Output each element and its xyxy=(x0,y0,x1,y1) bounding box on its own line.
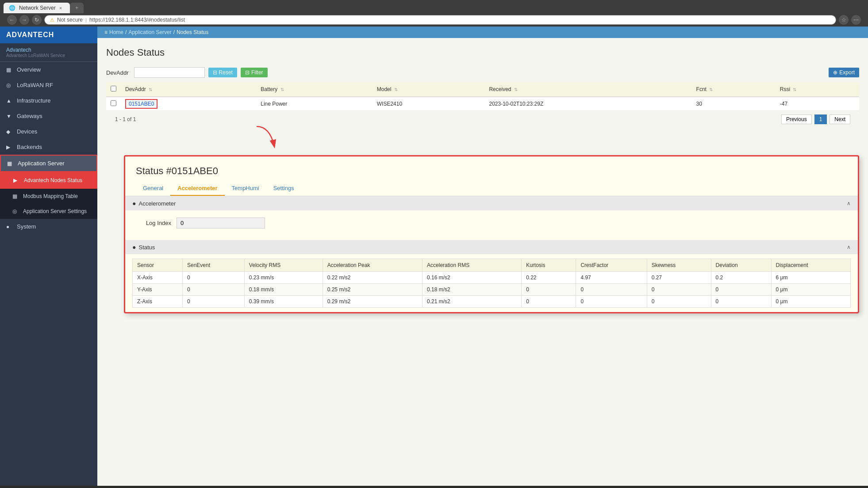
y-displacement: 0 μm xyxy=(771,284,850,296)
y-senevent: 0 xyxy=(183,284,245,296)
tab-general[interactable]: General xyxy=(136,181,170,196)
breadcrumb-app-server[interactable]: Application Server xyxy=(128,29,171,35)
sidebar-brand: Advantech Advantech LoRaWAN Service xyxy=(0,43,97,62)
select-all-checkbox[interactable] xyxy=(111,86,116,92)
row-checkbox[interactable] xyxy=(111,100,116,106)
sidebar-item-gateways[interactable]: ▼ Gateways xyxy=(0,108,97,124)
sort-icon-model: ⇅ xyxy=(394,87,398,92)
sidebar-label-infrastructure: Infrastructure xyxy=(17,97,51,104)
tab-favicon: 🌐 xyxy=(9,5,15,11)
x-deviation: 0.2 xyxy=(711,272,771,284)
forward-button[interactable]: → xyxy=(19,15,29,25)
browser-chrome: 🌐 Network Server × + ← → ↻ ⚠ Not secure … xyxy=(0,0,868,27)
sidebar-item-overview[interactable]: ▦ Overview xyxy=(0,62,97,77)
status-section-title: ● Status xyxy=(132,244,155,251)
log-index-input[interactable] xyxy=(177,217,265,229)
status-section-header[interactable]: ● Status ∧ xyxy=(125,240,858,254)
col-header-received[interactable]: Received ⇅ xyxy=(484,82,691,97)
sidebar-item-devices[interactable]: ◆ Devices xyxy=(0,124,97,139)
status-row-x-axis: X-Axis 0 0.23 mm/s 0.22 m/s2 0.16 m/s2 0… xyxy=(133,272,851,284)
main-content: ≡ Home / Application Server / Nodes Stat… xyxy=(97,27,868,486)
sidebar-submenu: ▶ Advantech Nodes Status ▦ Modbus Mappin… xyxy=(0,172,97,219)
breadcrumb-home[interactable]: Home xyxy=(109,29,123,35)
sidebar-label-app-server: Application Server xyxy=(18,160,65,167)
sidebar-label-backends: Backends xyxy=(17,144,42,150)
z-senevent: 0 xyxy=(183,296,245,308)
select-all-header[interactable] xyxy=(106,82,121,97)
next-page-button[interactable]: Next xyxy=(830,114,850,124)
sidebar-item-application-server[interactable]: ▦ Application Server xyxy=(0,155,97,172)
tab-settings[interactable]: Settings xyxy=(266,181,301,196)
export-icon: ⊕ xyxy=(833,69,837,76)
status-section-body: Sensor SenEvent Velocity RMS Acceleratio… xyxy=(125,254,858,312)
sidebar-label-lorawan: LoRaWAN RF xyxy=(17,82,53,88)
gateways-icon: ▼ xyxy=(6,113,13,119)
favorites-button[interactable]: ☆ xyxy=(839,15,849,25)
x-velocity-rms: 0.23 mm/s xyxy=(244,272,323,284)
devaddr-value: 0151ABE0 xyxy=(125,99,157,109)
y-deviation: 0 xyxy=(711,284,771,296)
sidebar-label-modbus: Modbus Mapping Table xyxy=(23,193,78,199)
prev-page-button[interactable]: Previous xyxy=(781,114,812,124)
sidebar-item-infrastructure[interactable]: ▲ Infrastructure xyxy=(0,93,97,108)
lorawan-icon: ◎ xyxy=(6,82,13,88)
current-page-button[interactable]: 1 xyxy=(814,114,827,124)
log-index-row: Log Index xyxy=(136,217,847,229)
sidebar-item-backends[interactable]: ▶ Backends xyxy=(0,139,97,155)
status-table-header-row: Sensor SenEvent Velocity RMS Acceleratio… xyxy=(133,259,851,272)
sidebar-item-lorawan-rf[interactable]: ◎ LoRaWAN RF xyxy=(0,77,97,93)
reload-button[interactable]: ↻ xyxy=(32,15,42,25)
nodes-table: DevAddr ⇅ Battery ⇅ Model ⇅ Received xyxy=(106,82,859,111)
accelerometer-section-header[interactable]: ● Accelerometer ∧ xyxy=(125,196,858,210)
devaddr-filter-input[interactable] xyxy=(134,67,205,78)
back-button[interactable]: ← xyxy=(7,15,17,25)
breadcrumb-icon: ≡ xyxy=(104,29,108,35)
infrastructure-icon: ▲ xyxy=(6,98,13,104)
cell-received: 2023-10-02T10:23:29Z xyxy=(484,97,691,111)
accelerometer-form-area: Log Index xyxy=(125,210,858,240)
menu-button[interactable]: ⋯ xyxy=(851,15,861,25)
filter-button[interactable]: ⊟ Filter xyxy=(241,68,268,77)
sidebar-item-nodes-status[interactable]: ▶ Advantech Nodes Status xyxy=(0,172,97,189)
cell-battery: Line Power xyxy=(256,97,372,111)
tab-temphumi[interactable]: TempHumi xyxy=(225,181,266,196)
nodes-table-container: DevAddr ⇅ Battery ⇅ Model ⇅ Received xyxy=(97,82,868,128)
x-senevent: 0 xyxy=(183,272,245,284)
export-button[interactable]: ⊕ Export xyxy=(829,68,859,77)
sort-icon-devaddr: ⇅ xyxy=(149,87,152,92)
new-tab-button[interactable]: + xyxy=(70,3,84,13)
filter-icon: ⊟ xyxy=(245,69,250,76)
sidebar-item-app-settings[interactable]: ◎ Application Server Settings xyxy=(0,204,97,219)
sidebar-item-system[interactable]: ● System xyxy=(0,219,97,234)
tab-close-button[interactable]: × xyxy=(59,5,62,11)
table-row[interactable]: 0151ABE0 Line Power WISE2410 2023-10-02T… xyxy=(106,97,859,111)
col-skewness: Skewness xyxy=(647,259,711,272)
status-panel-header: Status #0151ABE0 xyxy=(125,156,858,181)
arrow-svg xyxy=(248,124,283,151)
col-header-battery[interactable]: Battery ⇅ xyxy=(256,82,372,97)
sidebar-logo: ADVANTECH xyxy=(0,27,97,43)
y-sensor: Y-Axis xyxy=(133,284,183,296)
col-header-model[interactable]: Model ⇅ xyxy=(373,82,485,97)
col-header-rssi[interactable]: Rssi ⇅ xyxy=(776,82,859,97)
tab-accelerometer[interactable]: Accelerometer xyxy=(170,181,224,196)
brand-name: Advantech xyxy=(6,47,91,53)
sidebar-label-gateways: Gateways xyxy=(17,113,42,119)
overview-icon: ▦ xyxy=(6,67,13,73)
reset-button[interactable]: ⊟ Reset xyxy=(208,68,237,77)
col-header-devaddr[interactable]: DevAddr ⇅ xyxy=(121,82,256,97)
logo-text: ADVANTECH xyxy=(6,31,54,39)
accelerometer-collapse-icon[interactable]: ∧ xyxy=(847,200,851,206)
active-browser-tab[interactable]: 🌐 Network Server × xyxy=(4,3,70,13)
address-separator: | xyxy=(85,17,87,23)
address-bar[interactable]: ⚠ Not secure | https://192.168.1.1:8443/… xyxy=(44,15,836,25)
sidebar-label-nodes-status: Advantech Nodes Status xyxy=(24,177,82,183)
col-header-fcnt[interactable]: Fcnt ⇅ xyxy=(692,82,776,97)
z-velocity-rms: 0.39 mm/s xyxy=(244,296,323,308)
row-checkbox-cell[interactable] xyxy=(106,97,121,111)
export-label: Export xyxy=(839,69,855,76)
cell-devaddr[interactable]: 0151ABE0 xyxy=(121,97,256,111)
status-collapse-icon[interactable]: ∧ xyxy=(847,244,851,250)
sidebar-item-modbus[interactable]: ▦ Modbus Mapping Table xyxy=(0,189,97,204)
z-accel-peak: 0.29 m/s2 xyxy=(323,296,422,308)
